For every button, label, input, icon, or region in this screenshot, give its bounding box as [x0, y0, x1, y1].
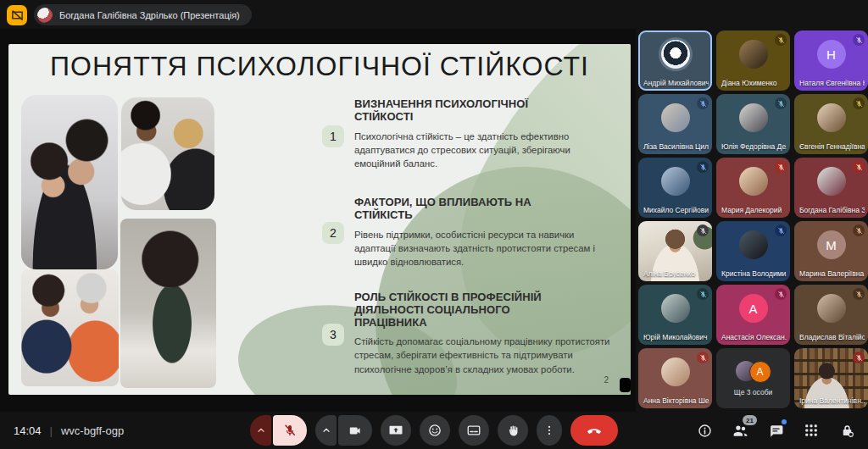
lock-icon: [839, 423, 855, 439]
section-heading: РОЛЬ СТІЙКОСТІ В ПРОФЕСІЙНІЙ ДІЯЛЬНОСТІ …: [354, 291, 568, 329]
mic-mute-button[interactable]: [273, 415, 307, 446]
raise-hand-button[interactable]: [498, 415, 528, 446]
camera-control-group: [315, 415, 372, 446]
avatar: A: [749, 361, 771, 383]
participant-grid: Андрій Михайлович... Діана Юхименко Н На…: [638, 30, 868, 408]
mic-off-icon: [697, 161, 709, 173]
mic-off-icon: [853, 34, 865, 46]
people-button[interactable]: 21: [731, 421, 749, 440]
participant-tile[interactable]: Михайло Сергійови...: [638, 158, 712, 218]
mic-off-icon: [853, 97, 865, 109]
participant-tile[interactable]: А Анастасія Олексан...: [716, 285, 790, 345]
participant-name: Євгенія Геннадіївна...: [799, 142, 865, 151]
slide-page-number: 2: [604, 375, 609, 385]
participant-tile[interactable]: Юлія Федорівна Де...: [716, 94, 790, 154]
participant-tile[interactable]: Кристіна Володими...: [716, 221, 790, 281]
avatar: [661, 103, 690, 132]
more-participants-tile[interactable]: A Ще 3 особи: [716, 348, 790, 408]
participant-tile[interactable]: Діана Юхименко: [716, 30, 790, 91]
info-button[interactable]: [695, 421, 714, 440]
participant-tile-video[interactable]: Аліна Брусенко: [638, 221, 712, 281]
mic-options-button[interactable]: [250, 415, 271, 446]
camera-toggle-button[interactable]: [338, 415, 372, 446]
participant-name: Мария Далекорий: [721, 206, 787, 214]
participant-tile[interactable]: Владислав Віталійо...: [794, 285, 868, 345]
participant-tile[interactable]: Юрій Миколайович ...: [638, 285, 712, 345]
avatar: М: [817, 230, 846, 259]
avatar: [661, 358, 690, 386]
host-controls-button[interactable]: [837, 421, 856, 440]
mic-off-icon: [853, 288, 865, 300]
mic-off-icon: [853, 224, 865, 236]
slide-section-2: 2 ФАКТОРИ, ЩО ВПЛИВАЮТЬ НА СТІЙКІСТЬ Рів…: [322, 197, 615, 269]
participant-name: Марина Валеріївна ...: [799, 269, 865, 278]
participant-name: Аліна Брусенко: [643, 269, 709, 278]
avatar: [739, 230, 768, 259]
participant-tile[interactable]: М Марина Валеріївна ...: [794, 221, 868, 281]
avatar: [661, 167, 690, 196]
section-body: Рівень підтримки, особистісні ресурси та…: [354, 228, 615, 269]
participant-name: Михайло Сергійови...: [643, 206, 709, 214]
chat-button[interactable]: [766, 421, 785, 440]
participant-name: Юрій Миколайович ...: [643, 333, 709, 341]
participant-name: Андрій Михайлович...: [643, 79, 709, 87]
captions-icon: [466, 423, 481, 438]
participant-tile[interactable]: Мария Далекорий: [716, 158, 790, 218]
participant-tile-video[interactable]: Ірина Валентинівн...: [794, 348, 868, 408]
section-heading: ФАКТОРИ, ЩО ВПЛИВАЮТЬ НА СТІЙКІСТЬ: [354, 197, 568, 222]
participant-name: Юлія Федорівна Де...: [721, 142, 787, 151]
avatar: [817, 294, 846, 323]
camera-options-button[interactable]: [315, 415, 337, 446]
mic-off-icon: [853, 161, 865, 173]
participant-name: Анна Вікторівна Ше...: [643, 396, 709, 405]
panel-controls: 21: [695, 412, 856, 449]
chat-unread-dot: [782, 419, 787, 424]
section-body: Психологічна стійкість – це здатність еф…: [354, 130, 615, 170]
section-number: 2: [322, 222, 344, 244]
avatar: [739, 40, 768, 69]
mic-off-icon: [775, 224, 787, 236]
section-body: Стійкість допомагає соціальному працівни…: [354, 335, 615, 375]
participant-tile[interactable]: Анна Вікторівна Ше...: [638, 348, 712, 408]
participant-name: Діана Юхименко: [721, 79, 787, 87]
more-participants-label: Ще 3 особи: [734, 388, 773, 396]
photo-women-with-mugs: [21, 269, 119, 386]
captions-button[interactable]: [459, 415, 489, 446]
participant-count-badge: 21: [743, 415, 757, 425]
mic-off-icon: [697, 224, 709, 236]
presenter-pill[interactable]: Богдана Галібівна Здрілько (Презентація): [34, 4, 252, 25]
end-call-icon: [586, 422, 603, 439]
chevron-up-icon: [256, 425, 266, 435]
present-screen-button[interactable]: [381, 415, 411, 446]
section-number: 3: [322, 324, 344, 346]
meeting-code: wvc-bgff-ogp: [61, 424, 124, 437]
photo-woman-at-laptop: [120, 219, 216, 388]
reactions-button[interactable]: [420, 415, 450, 446]
avatar: [817, 103, 846, 132]
mic-off-icon: [775, 34, 787, 46]
participant-tile[interactable]: Андрій Михайлович...: [638, 30, 712, 91]
activities-button[interactable]: [802, 421, 821, 440]
meeting-info: 14:04 | wvc-bgff-ogp: [14, 412, 124, 449]
clock: 14:04: [14, 424, 42, 437]
end-call-button[interactable]: [570, 415, 618, 446]
presentation-stage[interactable]: ПОНЯТТЯ ПСИХОЛОГІЧНОЇ СТІЙКОСТІ 1 ВИЗНАЧ…: [0, 29, 636, 412]
more-options-button[interactable]: [537, 415, 562, 446]
participant-tile[interactable]: Ліза Василівна Цил...: [638, 94, 712, 154]
photo-whispering-colleagues: [21, 95, 118, 269]
participant-name: Ірина Валентинівн...: [799, 396, 865, 405]
participant-tile[interactable]: Н Наталя Євгеніївна Н...: [794, 30, 868, 91]
participant-tile[interactable]: Євгенія Геннадіївна...: [794, 94, 868, 154]
section-number: 1: [322, 125, 344, 147]
chevron-up-icon: [321, 425, 331, 435]
divider: |: [50, 424, 53, 437]
slide: ПОНЯТТЯ ПСИХОЛОГІЧНОЇ СТІЙКОСТІ 1 ВИЗНАЧ…: [8, 44, 631, 395]
mic-off-icon: [697, 288, 709, 300]
participant-name: Богдана Галібівна З...: [799, 206, 865, 214]
participant-name: Ліза Василівна Цил...: [643, 142, 709, 151]
bottom-bar: 14:04 | wvc-bgff-ogp: [0, 412, 868, 449]
raise-hand-icon: [506, 424, 520, 438]
avatar: А: [739, 294, 768, 323]
presentation-off-button[interactable]: [7, 5, 27, 25]
participant-tile[interactable]: Богдана Галібівна З...: [794, 158, 868, 218]
